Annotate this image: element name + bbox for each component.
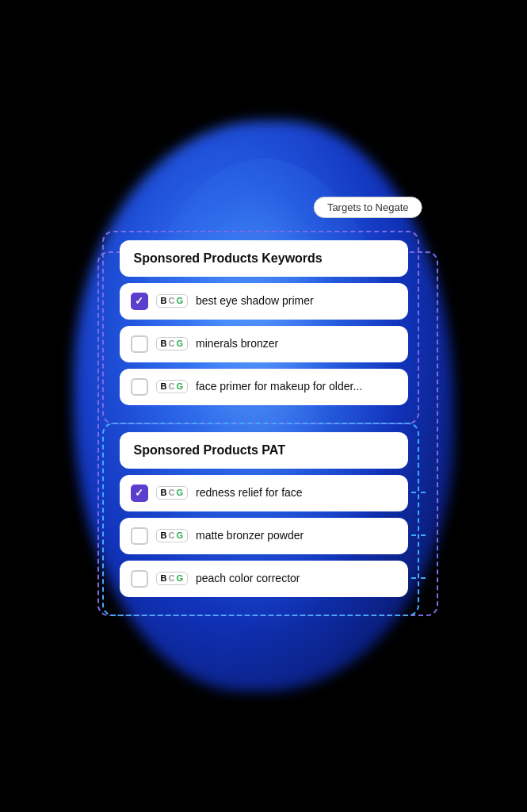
- badge-b: B: [161, 531, 167, 540]
- pat-checkbox-1[interactable]: [131, 485, 148, 502]
- pat-checkbox-2[interactable]: [131, 527, 148, 545]
- bcg-badge-kw1: B C G: [156, 294, 188, 308]
- pat-checkbox-3[interactable]: [131, 570, 148, 588]
- bcg-badge-kw2: B C G: [156, 337, 188, 350]
- targets-pill: Targets to Negate: [314, 197, 422, 218]
- badge-c: C: [168, 531, 174, 540]
- keyword-checkbox-2[interactable]: [131, 335, 148, 353]
- keywords-section-header: Sponsored Products Keywords: [120, 240, 408, 277]
- badge-g: G: [176, 574, 183, 583]
- badge-g: G: [176, 382, 183, 391]
- badge-b: B: [161, 339, 167, 348]
- pat-item-2-text: matte bronzer powder: [196, 528, 397, 542]
- badge-b: B: [161, 488, 167, 497]
- bcg-badge-pat3: B C G: [156, 572, 188, 585]
- badge-c: C: [168, 297, 174, 305]
- badge-g: G: [176, 531, 183, 540]
- badge-b: B: [161, 382, 167, 391]
- pat-section-header: Sponsored Products PAT: [120, 432, 408, 469]
- pat-item-3-text: peach color corrector: [196, 571, 397, 585]
- pat-item-3: B C G peach color corrector: [120, 561, 408, 597]
- badge-b: B: [161, 574, 167, 583]
- bcg-badge-pat2: B C G: [156, 529, 188, 542]
- keyword-item-1: B C G best eye shadow primer: [120, 283, 408, 320]
- badge-c: C: [168, 382, 174, 391]
- main-container: Targets to Negate Sponsored Products Key…: [105, 197, 422, 616]
- badge-c: C: [168, 574, 174, 583]
- pat-item-1-text: redness relief for face: [196, 485, 397, 500]
- keyword-item-3-text: face primer for makeup for older...: [196, 379, 397, 393]
- badge-c: C: [168, 339, 174, 348]
- keyword-checkbox-3[interactable]: [131, 378, 148, 396]
- badge-b: B: [161, 297, 167, 305]
- keyword-item-2: B C G minerals bronzer: [120, 326, 408, 362]
- bcg-badge-pat1: B C G: [156, 486, 188, 500]
- keyword-item-3: B C G face primer for makeup for older..…: [120, 369, 408, 405]
- badge-g: G: [176, 488, 183, 497]
- badge-g: G: [176, 339, 183, 348]
- pat-item-2: B C G matte bronzer powder: [120, 518, 408, 554]
- keyword-item-1-text: best eye shadow primer: [196, 293, 397, 308]
- keyword-item-2-text: minerals bronzer: [196, 336, 397, 350]
- badge-g: G: [176, 297, 183, 305]
- keyword-checkbox-1[interactable]: [131, 293, 148, 310]
- pat-item-1: B C G redness relief for face: [120, 475, 408, 511]
- badge-c: C: [168, 488, 174, 497]
- bcg-badge-kw3: B C G: [156, 380, 188, 393]
